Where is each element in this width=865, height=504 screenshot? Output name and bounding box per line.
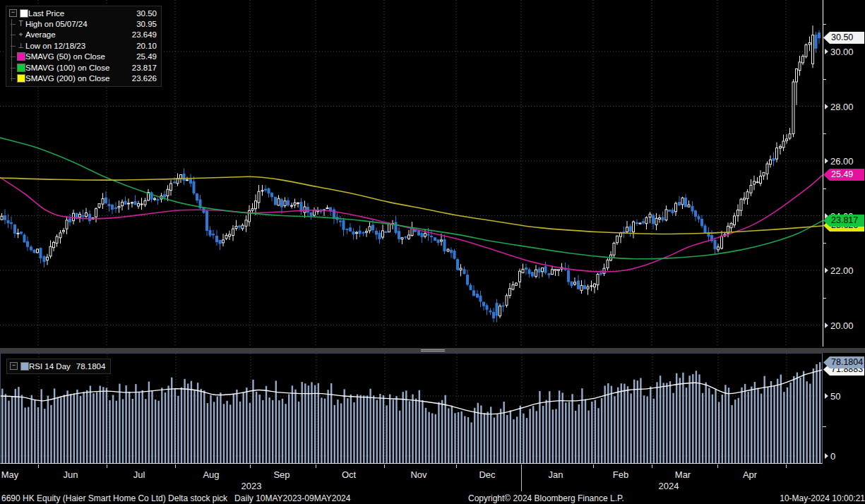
legend-row: THigh on 05/07/2430.95 (8, 18, 157, 29)
rsi-swatch-icon (20, 362, 29, 371)
rsi-chart-pane[interactable]: − RSI 14 Day 78.1804 (0, 353, 823, 464)
rsi-bar-chart (1, 354, 822, 463)
legend-value: 30.95 (131, 20, 157, 28)
month-tick (107, 464, 107, 468)
minor-tick (823, 24, 826, 25)
tick-arrow-icon (825, 393, 828, 399)
sma50-badge: 25.49 (823, 169, 864, 181)
tick-arrow-icon (825, 158, 828, 164)
rsi-axis[interactable]: 50078.180471.8883 (823, 353, 865, 466)
swatch-icon (16, 64, 25, 72)
legend-label: SMAVG (50) on Close (25, 52, 105, 61)
month-tick (456, 464, 457, 468)
month-tick (250, 464, 251, 468)
bloomberg-chart-window: −Last Price30.50THigh on 05/07/2430.95⌖A… (0, 0, 865, 504)
time-axis[interactable]: MayJunJulAugSepOctNovDecJanFebMarApr2023… (0, 464, 865, 493)
price-chart-pane[interactable]: −Last Price30.50THigh on 05/07/2430.95⌖A… (0, 0, 823, 348)
tick-arrow-icon (825, 323, 828, 328)
security-description: 6690 HK Equity (Haier Smart Home Co Ltd)… (1, 493, 350, 503)
swatch-icon (16, 52, 25, 61)
month-tick (593, 464, 594, 468)
status-bar: 6690 HK Equity (Haier Smart Home Co Ltd)… (0, 493, 865, 504)
tree-branch (8, 40, 16, 51)
price-legend-box[interactable]: −Last Price30.50THigh on 05/07/2430.95⌖A… (6, 6, 162, 87)
legend-label: Last Price (28, 9, 64, 18)
legend-label: SMAVG (200) on Close (25, 74, 109, 83)
timestamp: 10-May-2024 10:00:21 (780, 493, 865, 503)
tick-arrow-icon (825, 453, 828, 459)
legend-row: SMAVG (100) on Close23.817 (8, 62, 157, 73)
average-marker-icon: ⌖ (16, 31, 25, 38)
month-label: Nov (410, 469, 426, 480)
month-tick (717, 464, 718, 468)
month-label: Dec (479, 469, 495, 480)
minor-tick (823, 298, 826, 299)
pane-divider[interactable] (0, 348, 865, 353)
month-label: Mar (675, 469, 691, 480)
minor-tick (823, 133, 826, 134)
month-tick (652, 464, 652, 468)
month-tick (786, 464, 787, 468)
rsi-value-badge: 78.1804 (823, 356, 864, 368)
copyright-text: Copyright© 2024 Bloomberg Finance L.P. (468, 493, 624, 503)
month-tick (38, 464, 39, 468)
last-price-badge: 30.50 (823, 32, 864, 44)
price-axis-line (823, 0, 823, 347)
month-label: Oct (342, 469, 356, 480)
divider-handle-icon[interactable] (421, 349, 445, 352)
rsi-legend-label: RSI 14 Day (29, 362, 71, 371)
sma100-badge: 23.817 (823, 215, 864, 227)
legend-value: 23.817 (126, 64, 157, 72)
tree-branch (8, 73, 16, 83)
price-axis[interactable]: 30.0028.0026.0024.0022.0020.0030.5025.49… (823, 0, 865, 348)
price-tick-label: 26.00 (825, 155, 854, 167)
tree-branch (8, 18, 16, 29)
rsi-tick-label: 0 (825, 450, 835, 462)
minor-tick (823, 188, 826, 189)
legend-value: 23.626 (126, 74, 157, 83)
minor-tick (823, 79, 826, 80)
tree-branch (8, 52, 16, 62)
tick-arrow-icon (825, 49, 828, 54)
legend-row: SMAVG (200) on Close23.626 (8, 73, 157, 83)
rsi-legend-value: 78.1804 (71, 362, 106, 371)
year-separator-line (521, 464, 522, 491)
legend-row: −Last Price30.50 (8, 8, 157, 18)
year-label: 2024 (659, 481, 679, 491)
legend-label: SMAVG (100) on Close (25, 64, 109, 72)
swatch-icon (16, 74, 25, 83)
collapse-icon[interactable]: − (9, 9, 17, 17)
minor-tick (823, 243, 826, 244)
month-tick (175, 464, 176, 468)
month-label: Aug (203, 469, 219, 480)
price-tick-label: 22.00 (825, 265, 854, 276)
tick-arrow-icon (825, 268, 828, 273)
month-label: May (1, 469, 19, 480)
tree-branch (8, 30, 16, 40)
legend-value: 25.49 (131, 52, 157, 61)
legend-value: 20.10 (131, 42, 157, 50)
rsi-tick-label: 50 (825, 390, 840, 402)
month-label: Apr (743, 469, 757, 480)
year-label: 2023 (241, 481, 262, 491)
legend-label: Low on 12/18/23 (25, 42, 85, 50)
price-tick-label: 28.00 (825, 101, 854, 112)
month-label: Sep (273, 469, 290, 480)
price-tick-label: 30.00 (825, 46, 854, 57)
tree-branch (8, 62, 16, 73)
last-price-swatch-icon (19, 9, 28, 18)
legend-value: 23.649 (126, 30, 157, 39)
month-label: Jan (549, 469, 563, 480)
month-tick (316, 464, 316, 468)
legend-row: SMAVG (50) on Close25.49 (8, 52, 157, 62)
legend-label: Average (25, 30, 56, 39)
rsi-legend-box[interactable]: − RSI 14 Day 78.1804 (6, 359, 111, 374)
legend-value: 30.50 (131, 9, 157, 18)
low-marker-icon: ⊥ (16, 42, 25, 49)
month-label: Jul (133, 469, 145, 480)
collapse-icon[interactable]: − (10, 362, 18, 370)
legend-row: ⊥Low on 12/18/2320.10 (8, 40, 157, 51)
minor-tick (823, 426, 826, 427)
month-tick (384, 464, 385, 468)
tick-arrow-icon (825, 104, 828, 109)
